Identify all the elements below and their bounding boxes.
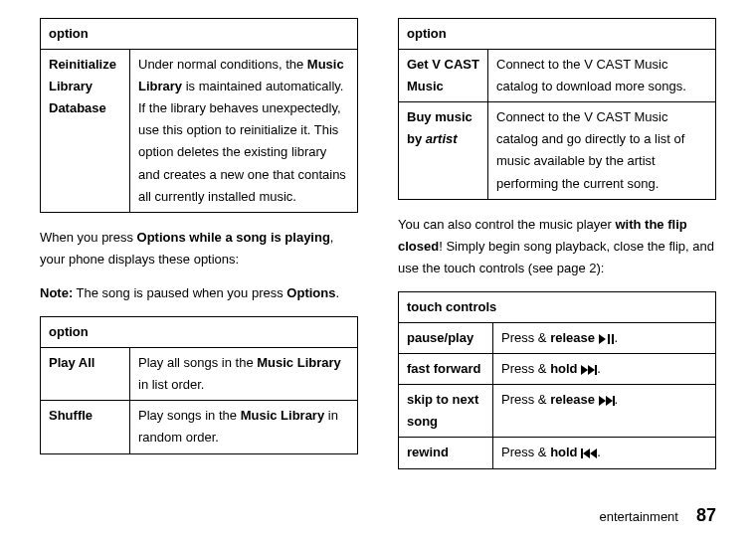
- option-table-vcast: option Get V CAST Music Connect to the V…: [398, 18, 716, 200]
- svg-marker-7: [606, 396, 613, 406]
- svg-marker-10: [583, 449, 590, 458]
- table-row: Reinitialize Library Database Under norm…: [41, 50, 358, 213]
- svg-rect-9: [581, 449, 583, 458]
- touch-action: Press & release .: [493, 323, 716, 354]
- table-row: Get V CAST Music Connect to the V CAST M…: [399, 50, 716, 102]
- option-label: Get V CAST Music: [399, 50, 488, 102]
- svg-marker-0: [599, 334, 606, 344]
- section-name: entertainment: [599, 509, 678, 524]
- touch-action: Press & hold .: [493, 354, 716, 385]
- touch-action: Press & hold .: [493, 438, 716, 468]
- table-row: rewind Press & hold .: [399, 438, 716, 468]
- svg-marker-4: [588, 365, 595, 375]
- table-header: option: [41, 19, 358, 50]
- option-description: Play songs in the Music Library in rando…: [130, 401, 358, 453]
- page-footer: entertainment87: [599, 500, 716, 531]
- table-header: touch controls: [399, 291, 716, 322]
- paragraph-flip-closed: You can also control the music player wi…: [398, 214, 716, 279]
- option-description: Connect to the V CAST Music catalog and …: [488, 102, 716, 199]
- table-row: skip to next song Press & release .: [399, 385, 716, 438]
- table-row: Shuffle Play songs in the Music Library …: [41, 401, 358, 453]
- svg-rect-1: [608, 334, 610, 344]
- option-label: Shuffle: [41, 401, 130, 453]
- table-header: option: [399, 19, 716, 50]
- rewind-icon: [581, 449, 597, 458]
- touch-controls-table: touch controls pause/play Press & releas…: [398, 291, 716, 469]
- table-header: option: [41, 317, 358, 348]
- touch-label: pause/play: [399, 323, 493, 354]
- option-description: Under normal conditions, the Music Libra…: [130, 50, 358, 213]
- touch-label: rewind: [399, 438, 493, 468]
- svg-rect-2: [612, 334, 614, 344]
- right-column: option Get V CAST Music Connect to the V…: [398, 18, 716, 475]
- page-number: 87: [696, 505, 716, 525]
- option-table-reinit: option Reinitialize Library Database Und…: [40, 18, 358, 213]
- table-row: Play All Play all songs in the Music Lib…: [41, 348, 358, 401]
- table-row: pause/play Press & release .: [399, 323, 716, 354]
- paragraph-options-playing: When you press Options while a song is p…: [40, 227, 358, 270]
- touch-action: Press & release .: [493, 385, 716, 438]
- option-description: Connect to the V CAST Music catalog to d…: [488, 50, 716, 102]
- left-column: option Reinitialize Library Database Und…: [40, 18, 358, 475]
- svg-marker-6: [599, 396, 606, 406]
- note: Note: The song is paused when you press …: [40, 282, 358, 304]
- table-row: Buy music by artist Connect to the V CAS…: [399, 102, 716, 199]
- skip-next-icon: [599, 396, 615, 406]
- option-table-playing: option Play All Play all songs in the Mu…: [40, 316, 358, 453]
- touch-label: skip to next song: [399, 385, 493, 438]
- option-label: Reinitialize Library Database: [41, 50, 130, 213]
- play-pause-icon: [599, 334, 615, 344]
- fast-forward-icon: [581, 365, 597, 375]
- option-description: Play all songs in the Music Library in l…: [130, 348, 358, 401]
- option-label: Play All: [41, 348, 130, 401]
- touch-label: fast forward: [399, 354, 493, 385]
- svg-marker-3: [581, 365, 588, 375]
- option-label: Buy music by artist: [399, 102, 488, 199]
- table-row: fast forward Press & hold .: [399, 354, 716, 385]
